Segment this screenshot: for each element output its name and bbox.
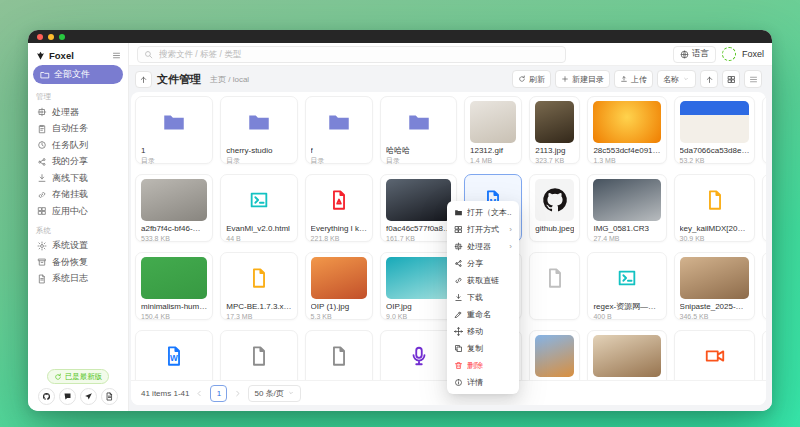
file-card[interactable]: key_kailMDX[20…30.9 KB [674,174,756,242]
file-size: 30.9 KB [680,234,750,243]
minimize-window-button[interactable] [48,34,54,40]
cpu-icon [37,107,47,117]
menu-item-share[interactable]: 分享 [450,255,516,272]
menu-item-label: 处理器 [467,241,505,252]
close-window-button[interactable] [37,34,43,40]
info-icon [454,378,463,387]
sidebar-item-system-settings[interactable]: 系统设置 [33,238,123,255]
file-card[interactable]: a2fb7f4c-bf46-…533.8 KB [135,174,213,242]
file-card[interactable]: 28c553dcf4e091…1.3 MB [587,96,666,164]
folder-card[interactable]: 1目录 [135,96,213,164]
file-type-thumbnail [226,335,291,377]
refresh-icon [518,75,526,83]
page-header: 文件管理 主页 / local 刷新 新建目录 上传 [131,66,766,92]
file-card[interactable]: Sony Xperia 10…1.0 MB [762,252,766,320]
page-number-button[interactable]: 1 [210,385,227,402]
menu-item-label: 下载 [467,292,512,303]
sidebar-item-processors[interactable]: 处理器 [33,104,123,121]
sidebar-item-system-logs[interactable]: 系统日志 [33,271,123,288]
next-page-icon[interactable] [233,389,242,398]
menu-item-copy[interactable]: 复制 [450,340,516,357]
sort-select[interactable]: 名称 [657,70,696,88]
file-card[interactable]: IMG_0581.CR327.4 MB [587,174,666,242]
new-folder-button[interactable]: 新建目录 [555,70,610,88]
menu-item-rename[interactable]: 重命名 [450,306,516,323]
image-thumbnail [535,179,574,221]
sidebar-item-app-center[interactable]: 应用中心 [33,203,123,220]
folder-card[interactable]: f目录 [305,96,373,164]
menu-item-direct-link[interactable]: 获取直链 [450,272,516,289]
menu-item-open-with[interactable]: 打开方式› [450,221,516,238]
chat-link[interactable] [59,388,76,405]
file-size: 323.7 KB [535,156,574,165]
menu-item-move[interactable]: 移动 [450,323,516,340]
share-icon [454,259,463,268]
sidebar-collapse-icon[interactable] [112,51,121,60]
file-card[interactable]: copilot-active…1.3 MB [762,96,766,164]
refresh-label: 刷新 [529,74,545,85]
app-logo: Foxel [33,48,123,65]
file-card[interactable]: regex-资源网—…400 B [587,252,666,320]
search-input[interactable] [157,48,559,60]
page-size-select[interactable]: 50 条/页 [248,385,300,402]
file-card[interactable]: OIP.jpg9.0 KB [380,252,457,320]
file-type-thumbnail [226,257,291,299]
file-card[interactable]: f0ac46c577f0a8…161.7 KB [380,174,457,242]
file-card[interactable]: EvanMi_v2.0.html44 B [220,174,297,242]
sidebar-item-task-queue[interactable]: 任务队列 [33,137,123,154]
menu-item-delete[interactable]: 删除 [450,357,516,374]
folder-card[interactable]: cherry-studio目录 [220,96,297,164]
file-card[interactable]: 12312.gif1.4 MB [464,96,522,164]
prev-page-icon[interactable] [195,389,204,398]
doc-link[interactable] [101,388,118,405]
file-card[interactable] [529,252,580,320]
file-card[interactable]: L2xvY2FsLzEyMz…8.4 KB [762,174,766,242]
refresh-button[interactable]: 刷新 [512,70,551,88]
file-card[interactable]: Everything I k…221.8 KB [305,174,373,242]
sidebar-item-label: 系统日志 [52,272,88,285]
menu-item-details[interactable]: 详情 [450,374,516,391]
file-card[interactable]: github.jpeg [529,174,580,242]
menu-item-download[interactable]: 下载 [450,289,516,306]
file-card[interactable]: MPC-BE.1.7.3.x…17.3 MB [220,252,297,320]
clock-icon [37,140,47,150]
file-card[interactable]: 2113.jpg323.7 KB [529,96,580,164]
search-box[interactable] [137,46,566,63]
file-card[interactable]: 5da7066ca53d8e…53.2 KB [674,96,756,164]
language-button[interactable]: 语言 [673,46,716,63]
grid-view-button[interactable] [722,70,740,88]
sidebar-item-offline-download[interactable]: 离线下载 [33,170,123,187]
file-name: OIP.jpg [386,302,451,312]
sidebar-item-my-shares[interactable]: 我的分享 [33,154,123,171]
page-title: 文件管理 [157,72,201,87]
sidebar-item-auto-tasks[interactable]: 自动任务 [33,121,123,138]
image-thumbnail [680,257,750,299]
language-label: 语言 [692,48,709,60]
upload-button[interactable]: 上传 [614,70,653,88]
menu-item-processor[interactable]: 处理器› [450,238,516,255]
download-icon [454,293,463,302]
github-link[interactable] [38,388,55,405]
sort-direction-button[interactable] [700,70,718,88]
menu-item-open[interactable]: 打开（文本... [450,204,516,221]
sidebar-item-storage-mounts[interactable]: 存储挂载 [33,187,123,204]
footer-links [38,388,118,405]
list-view-button[interactable] [744,70,762,88]
file-card[interactable]: minimalism-hum…150.4 KB [135,252,213,320]
send-link[interactable] [80,388,97,405]
file-size: 1.4 MB [470,156,516,165]
move-icon [454,327,463,336]
go-up-button[interactable] [135,71,152,88]
file-card[interactable]: Snipaste_2025-…346.5 KB [674,252,756,320]
doc-icon [105,392,114,401]
sidebar-item-label: 全部文件 [54,68,90,81]
file-card[interactable]: OIP (1).jpg5.3 KB [305,252,373,320]
arrow-up-icon [705,75,714,84]
user-avatar[interactable] [722,47,736,61]
folder-icon [40,70,50,80]
arrow-up-icon [705,75,714,84]
maximize-window-button[interactable] [59,34,65,40]
folder-card[interactable]: 哈哈哈目录 [380,96,457,164]
sidebar-item-all-files[interactable]: 全部文件 [33,65,123,84]
sidebar-item-backup-restore[interactable]: 备份恢复 [33,254,123,271]
